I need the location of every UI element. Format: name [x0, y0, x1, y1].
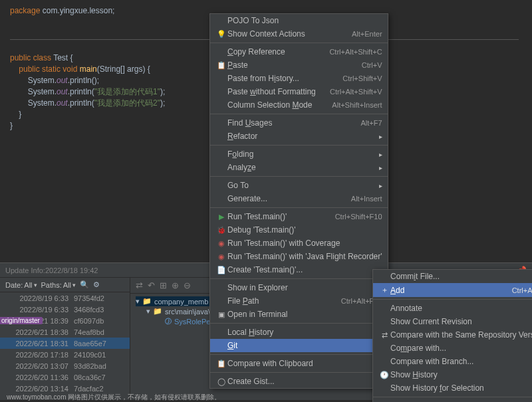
menu-run[interactable]: ▶Run 'Test.main()'Ctrl+Shift+F10 [210, 210, 388, 223]
submenu-annotate[interactable]: Annotate [373, 302, 532, 315]
commit-row: origin/master2022/6/21 18:39cf6097db [0, 315, 130, 326]
git-submenu: Commit File... ＋AddCtrl+Alt+A Annotate S… [372, 269, 532, 402]
create-config-icon: 📄 [215, 266, 227, 274]
menu-create-gist[interactable]: ◯Create Gist... [210, 375, 388, 388]
commit-row: 2022/6/21 18:3874eaf8bd [0, 326, 130, 338]
menu-find-usages[interactable]: Find UsagesAlt+F7 [210, 116, 388, 130]
menu-pojo[interactable]: POJO To Json [210, 14, 388, 27]
menu-coverage[interactable]: ◉Run 'Test.main()' with Coverage [210, 237, 388, 250]
commit-row: 2022/8/19 6:333468fcd3 [0, 304, 130, 315]
submenu-compare-same[interactable]: ⇄Compare with the Same Repository Versio… [373, 328, 532, 342]
commit-row: 2022/6/20 13:0793d82bad [0, 360, 130, 371]
compare-icon: 📋 [215, 359, 227, 368]
group-icon[interactable]: ⊞ [160, 280, 167, 290]
collapse-icon[interactable]: ⊖ [184, 280, 191, 290]
submenu-commit-file[interactable]: Commit File... [373, 270, 532, 283]
menu-local-history[interactable]: Local History▸ [210, 326, 388, 339]
bottom-watermark: www.toymoban.com 网络图片仅供展示，不存储，如有侵权请联系删除。 [7, 393, 221, 402]
menu-paste[interactable]: 📋PasteCtrl+V [210, 58, 388, 72]
class-icon: Ⓙ [165, 317, 172, 326]
paste-icon: 📋 [215, 61, 227, 70]
jfr-icon: ◉ [215, 252, 227, 261]
menu-git[interactable]: Git▸ [210, 339, 388, 352]
menu-open-terminal[interactable]: ▣Open in Terminal [210, 308, 388, 321]
menu-show-explorer[interactable]: Show in Explorer [210, 281, 388, 294]
folder-icon: 📁 [142, 297, 152, 306]
debug-icon: 🐞 [215, 226, 227, 235]
add-icon: ＋ [378, 285, 390, 295]
context-menu: POJO To Json 💡Show Context ActionsAlt+En… [209, 13, 388, 389]
menu-goto[interactable]: Go To▸ [210, 179, 388, 192]
commit-row: 2022/8/19 6:3397354fd2 [0, 292, 130, 304]
folder-icon: 📁 [153, 307, 162, 316]
menu-copy-reference[interactable]: Copy ReferenceCtrl+Alt+Shift+C [210, 45, 388, 58]
submenu-rollback[interactable]: ↶Rollback...Ctrl+Alt+Z [373, 399, 532, 402]
filter-row: Date: All▾ Paths: All▾ 🔍 ⚙ [0, 278, 130, 292]
menu-column-mode[interactable]: Column Selection ModeAlt+Shift+Insert [210, 98, 388, 112]
diff-icon[interactable]: ⇄ [136, 280, 143, 290]
revert-icon[interactable]: ↶ [148, 280, 155, 290]
terminal-icon: ▣ [215, 310, 227, 319]
submenu-compare-branch[interactable]: Compare with Branch... [373, 355, 532, 368]
submenu-compare-with[interactable]: Compare with... [373, 342, 532, 355]
menu-analyze[interactable]: Analyze▸ [210, 161, 388, 174]
github-icon: ◯ [215, 377, 227, 386]
history-icon: 🕐 [378, 371, 390, 379]
menu-create-run[interactable]: 📄Create 'Test.main()'... [210, 263, 388, 276]
submenu-add[interactable]: ＋AddCtrl+Alt+A [373, 283, 532, 297]
menu-generate[interactable]: Generate...Alt+Insert [210, 192, 388, 205]
menu-paste-history[interactable]: Paste from History...Ctrl+Shift+V [210, 72, 388, 85]
paths-filter[interactable]: Paths: All▾ [41, 281, 76, 289]
submenu-show-history[interactable]: 🕐Show History [373, 368, 532, 381]
magnifier-icon[interactable]: 🔍 [80, 280, 89, 289]
expand-icon[interactable]: ⊕ [172, 280, 179, 290]
compare-icon: ⇄ [378, 331, 390, 340]
menu-context-actions[interactable]: 💡Show Context ActionsAlt+Enter [210, 27, 388, 41]
menu-folding[interactable]: Folding▸ [210, 148, 388, 161]
menu-refactor[interactable]: Refactor▸ [210, 130, 388, 143]
submenu-show-history-sel[interactable]: Show History for Selection [373, 381, 532, 395]
commit-row: 2022/6/21 18:318aae65e7 [0, 338, 130, 349]
bulb-icon: 💡 [215, 30, 227, 39]
menu-jfr[interactable]: ◉Run 'Test.main()' with 'Java Flight Rec… [210, 250, 388, 263]
menu-compare-clipboard[interactable]: 📋Compare with Clipboard [210, 357, 388, 370]
menu-debug[interactable]: 🐞Debug 'Test.main()' [210, 223, 388, 237]
commit-list[interactable]: 2022/8/19 6:3397354fd2 2022/8/19 6:33346… [0, 292, 130, 400]
menu-paste-plain[interactable]: Paste without FormattingCtrl+Alt+Shift+V [210, 85, 388, 98]
menu-file-path[interactable]: File PathCtrl+Alt+F12 [210, 294, 388, 308]
submenu-show-current[interactable]: Show Current Revision [373, 315, 532, 328]
commit-row: 2022/6/20 11:3608ca36c7 [0, 371, 130, 383]
date-filter[interactable]: Date: All▾ [5, 281, 37, 289]
run-icon: ▶ [215, 213, 227, 221]
commit-row: 2022/6/20 17:1824109c01 [0, 349, 130, 360]
coverage-icon: ◉ [215, 239, 227, 248]
branch-label: origin/master [0, 317, 43, 324]
settings-icon[interactable]: ⚙ [93, 280, 100, 289]
